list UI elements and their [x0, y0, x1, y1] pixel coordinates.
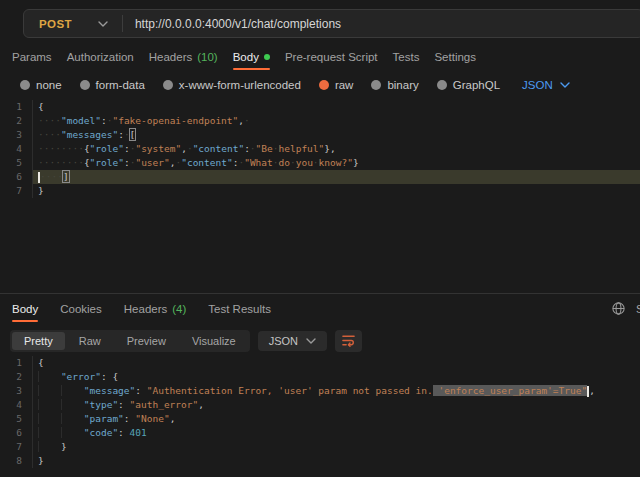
- unsaved-dot-icon: [264, 54, 270, 60]
- method-selector[interactable]: POST: [24, 18, 122, 30]
- response-tab-headers[interactable]: Headers(4): [124, 297, 187, 320]
- line-number: 8: [0, 454, 32, 468]
- code-line-7[interactable]: 7 }: [0, 440, 640, 454]
- globe-icon[interactable]: [611, 301, 626, 316]
- code-text: "param": "None",: [32, 412, 640, 426]
- tab-label: Settings: [434, 51, 476, 63]
- body-type-x-www-form-urlencoded[interactable]: x-www-form-urlencoded: [163, 79, 301, 91]
- radio-icon: [80, 80, 90, 90]
- code-line-5[interactable]: 5········{"role":·"user",·"content":·"Wh…: [0, 156, 640, 170]
- code-text: "type": "auth_error",: [32, 398, 640, 412]
- tab-label: Body: [233, 51, 259, 63]
- code-text: "code": 401: [32, 426, 640, 440]
- code-line-2[interactable]: 2····"model":·"fake-openai-endpoint",·: [0, 114, 640, 128]
- response-language-select[interactable]: JSON: [258, 331, 327, 351]
- code-line-4[interactable]: 4········{"role":·"system",·"content":·"…: [0, 142, 640, 156]
- url-input[interactable]: http://0.0.0.0:4000/v1/chat/completions: [123, 17, 341, 31]
- tab-label: Tests: [393, 51, 420, 63]
- body-type-row: noneform-datax-www-form-urlencodedrawbin…: [0, 74, 640, 96]
- body-type-binary[interactable]: binary: [371, 79, 418, 91]
- code-line-5[interactable]: 5 "param": "None",: [0, 412, 640, 426]
- url-bar: POST http://0.0.0.0:4000/v1/chat/complet…: [23, 9, 640, 38]
- line-number: 6: [0, 170, 32, 184]
- view-pretty[interactable]: Pretty: [12, 332, 65, 350]
- line-number: 3: [0, 128, 32, 142]
- line-number: 1: [0, 356, 32, 370]
- response-view-switch: PrettyRawPreviewVisualize: [10, 330, 250, 352]
- request-tab-tests[interactable]: Tests: [393, 46, 420, 68]
- radio-label: form-data: [96, 79, 145, 91]
- code-line-1[interactable]: 1{: [0, 100, 640, 114]
- response-tab-cookies[interactable]: Cookies: [60, 297, 102, 320]
- radio-icon: [163, 80, 173, 90]
- line-number: 3: [0, 384, 32, 398]
- tab-label: Params: [12, 51, 52, 63]
- view-preview[interactable]: Preview: [115, 332, 178, 350]
- response-status-clipped: S: [636, 303, 640, 315]
- code-line-1[interactable]: 1{: [0, 356, 640, 370]
- code-text: {: [32, 100, 640, 114]
- radio-icon: [437, 80, 447, 90]
- response-tabs: BodyCookiesHeaders(4)Test Results: [0, 297, 640, 320]
- request-editor[interactable]: 1{2····"model":·"fake-openai-endpoint",·…: [0, 100, 640, 198]
- radio-icon: [319, 80, 329, 90]
- wrap-text-button[interactable]: [335, 330, 362, 352]
- tab-label: Authorization: [67, 51, 134, 63]
- body-type-form-data[interactable]: form-data: [80, 79, 145, 91]
- radio-label: binary: [387, 79, 418, 91]
- request-tab-settings[interactable]: Settings: [434, 46, 476, 68]
- response-tab-body[interactable]: Body: [12, 297, 38, 320]
- radio-label: raw: [335, 79, 354, 91]
- code-text: {: [32, 356, 640, 370]
- line-number: 4: [0, 142, 32, 156]
- line-number: 6: [0, 426, 32, 440]
- code-line-6[interactable]: 6····]: [0, 170, 640, 184]
- line-number: 2: [0, 114, 32, 128]
- raw-language-label: JSON: [522, 79, 553, 91]
- radio-label: none: [36, 79, 62, 91]
- response-language-label: JSON: [269, 335, 298, 347]
- code-line-2[interactable]: 2 "error": {: [0, 370, 640, 384]
- radio-icon: [20, 80, 30, 90]
- tab-label: Body: [12, 303, 38, 315]
- pane-divider[interactable]: [0, 293, 640, 294]
- body-type-raw[interactable]: raw: [319, 79, 354, 91]
- request-tab-authorization[interactable]: Authorization: [67, 46, 134, 68]
- code-text: "error": {: [32, 370, 640, 384]
- response-tab-test-results[interactable]: Test Results: [208, 297, 271, 320]
- request-tab-headers[interactable]: Headers(10): [149, 46, 218, 68]
- code-line-3[interactable]: 3····"messages":·[: [0, 128, 640, 142]
- code-text: ····"model":·"fake-openai-endpoint",·: [32, 114, 640, 128]
- code-text: ····]: [32, 170, 640, 184]
- tab-label: Headers: [124, 303, 167, 315]
- chevron-down-icon: [560, 82, 570, 88]
- body-type-none[interactable]: none: [20, 79, 62, 91]
- code-line-4[interactable]: 4 "type": "auth_error",: [0, 398, 640, 412]
- response-toolbar: PrettyRawPreviewVisualize JSON: [10, 329, 362, 352]
- line-number: 2: [0, 370, 32, 384]
- code-text: "message": "Authentication Error, 'user'…: [32, 384, 640, 398]
- tab-count-badge: (10): [197, 51, 217, 63]
- request-tab-params[interactable]: Params: [12, 46, 52, 68]
- code-text: }: [32, 454, 640, 468]
- code-line-3[interactable]: 3 "message": "Authentication Error, 'use…: [0, 384, 640, 398]
- code-line-6[interactable]: 6 "code": 401: [0, 426, 640, 440]
- code-text: ····"messages":·[: [32, 128, 640, 142]
- line-number: 7: [0, 440, 32, 454]
- view-visualize[interactable]: Visualize: [180, 332, 248, 350]
- code-text: }: [32, 184, 640, 198]
- line-number: 5: [0, 156, 32, 170]
- app-window: { "colors":{ "accent":"#ff6c37","method"…: [0, 0, 640, 477]
- request-tab-pre-request-script[interactable]: Pre-request Script: [285, 46, 378, 68]
- view-raw[interactable]: Raw: [67, 332, 113, 350]
- tab-label: Test Results: [208, 303, 271, 315]
- request-tab-body[interactable]: Body: [233, 46, 270, 68]
- response-editor[interactable]: 1{2 "error": {3 "message": "Authenticati…: [0, 356, 640, 468]
- code-text: ········{"role":·"system",·"content":·"B…: [32, 142, 640, 156]
- code-text: }: [32, 440, 640, 454]
- raw-language-select[interactable]: JSON: [522, 79, 570, 91]
- code-line-7[interactable]: 7}: [0, 184, 640, 198]
- tab-label: Headers: [149, 51, 192, 63]
- code-line-8[interactable]: 8}: [0, 454, 640, 468]
- body-type-graphql[interactable]: GraphQL: [437, 79, 500, 91]
